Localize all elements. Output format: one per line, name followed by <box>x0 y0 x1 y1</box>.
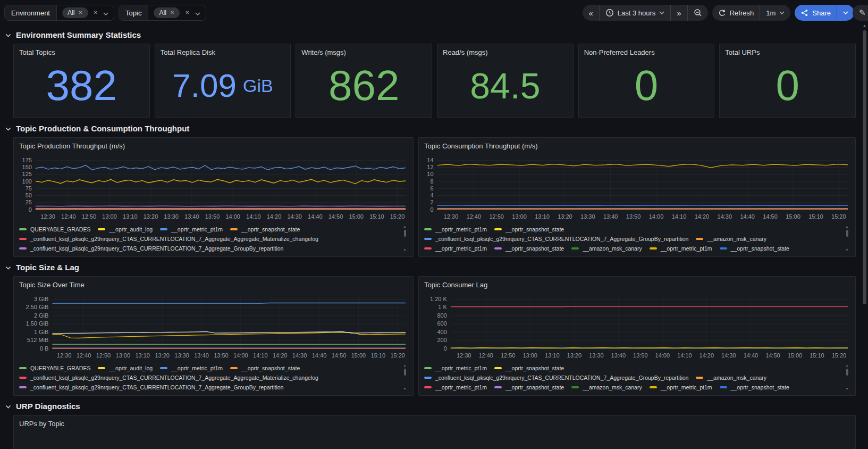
legend-item[interactable]: __oprtr_metric_pt1m <box>424 383 487 392</box>
legend-scrollbar[interactable]: ▲▼ <box>845 224 849 252</box>
section-header-environment-summary-statistics[interactable]: Environment Summary Statistics <box>5 30 856 39</box>
x-tick-label: 14:40 <box>308 213 323 220</box>
edit-button[interactable]: ✎ <box>853 5 868 21</box>
filter-value: All✕✕ <box>57 5 114 20</box>
filter-topic: TopicAll✕✕ <box>119 5 206 21</box>
filter-dropdown-caret[interactable] <box>195 8 200 18</box>
topic-consumption-throughput-m-s-plot[interactable]: 0246810121412:3012:4012:5013:0013:1013:2… <box>424 154 851 223</box>
legend-item[interactable]: QUERYABLE_GRADES <box>19 363 90 373</box>
clear-filter-icon[interactable]: ✕ <box>185 10 189 15</box>
topic-size-over-time-plot[interactable]: 0 B512 MiB1 GiB1.50 GiB2 GiB2.50 GiB3 Gi… <box>19 293 409 362</box>
x-tick-label: 14:40 <box>740 213 755 220</box>
legend-item[interactable]: __oprtr_metric_pt1m <box>650 244 712 253</box>
legend-item[interactable]: _confluent_ksql_pksqlc_g29nrquery_CTAS_C… <box>19 234 318 244</box>
time-shift-forward-button[interactable]: » <box>670 5 687 21</box>
section-header-topic-production-consumption-throughput[interactable]: Topic Production & Consumption Throughpu… <box>5 123 856 133</box>
x-tick-label: 13:20 <box>144 213 158 220</box>
legend-scroll-thumb[interactable] <box>404 369 406 376</box>
filter-environment: EnvironmentAll✕✕ <box>4 5 114 21</box>
legend-item[interactable]: _confluent_ksql_pksqlc_g29nrquery_CTAS_C… <box>19 373 318 383</box>
y-tick-label: 1 GiB <box>34 329 49 335</box>
topic-production-throughput-m-s-plot[interactable]: 025507510012515017512:3012:4012:5013:001… <box>19 154 409 223</box>
share-dropdown-button[interactable] <box>837 5 854 21</box>
topic-consumer-lag-plot[interactable]: 02004006008001 K1.20 K12:3012:4012:5013:… <box>424 293 851 362</box>
legend-scroll-up-icon[interactable]: ▲ <box>846 224 849 229</box>
legend-item[interactable]: __oprtr_audit_log <box>98 224 153 234</box>
x-tick-label: 12:40 <box>77 352 91 359</box>
legend-scroll-thumb[interactable] <box>846 230 848 237</box>
legend-item[interactable]: __oprtr_metric_pt1m <box>650 383 712 392</box>
zoom-out-button[interactable] <box>687 5 708 21</box>
legend-label: __oprtr_metric_pt1m <box>171 226 223 232</box>
legend-scroll-down-icon[interactable]: ▼ <box>846 248 849 252</box>
section-chevron-icon <box>5 266 11 270</box>
y-tick-label: 0 <box>444 345 447 352</box>
y-tick-label: 0 B <box>40 345 49 352</box>
legend-item[interactable]: _confluent_ksql_pksqlc_g29nrquery_CTAS_C… <box>424 234 688 244</box>
legend-item[interactable]: __oprtr_snapshot_state <box>720 383 789 392</box>
legend-item[interactable]: __amazon_msk_canary <box>696 234 766 244</box>
legend-item[interactable]: __oprtr_snapshot_state <box>230 224 300 234</box>
legend-item[interactable]: __oprtr_audit_log <box>98 363 153 373</box>
legend-scroll-up-icon[interactable]: ▲ <box>403 363 407 368</box>
section-header-topic-size-lag[interactable]: Topic Size & Lag <box>5 262 856 272</box>
legend-scroll-up-icon[interactable]: ▲ <box>403 224 407 229</box>
share-button[interactable]: Share <box>795 5 837 21</box>
legend-item[interactable]: __oprtr_metric_pt1m <box>160 224 223 234</box>
legend-items: __oprtr_metric_pt1m__oprtr_snapshot_stat… <box>424 363 841 392</box>
filter-value-chip[interactable]: All✕ <box>154 7 180 18</box>
refresh-button[interactable]: Refresh <box>712 5 760 21</box>
clear-filter-icon[interactable]: ✕ <box>94 10 98 15</box>
legend-item[interactable]: __oprtr_snapshot_state <box>230 363 300 373</box>
legend-scroll-up-icon[interactable]: ▲ <box>846 363 849 368</box>
legend-label: _confluent_ksql_pksqlc_g29nrquery_CTAS_C… <box>435 375 688 381</box>
legend-scroll-down-icon[interactable]: ▼ <box>403 387 407 391</box>
page-scrollbar[interactable]: ▲ <box>862 23 867 449</box>
legend-item[interactable]: _confluent_ksql_pksqlc_g29nrquery_CTAS_C… <box>424 373 688 383</box>
remove-value-icon[interactable]: ✕ <box>170 10 174 15</box>
filter-dropdown-caret[interactable] <box>103 8 108 18</box>
legend-item[interactable]: QUERYABLE_GRADES <box>19 224 90 234</box>
legend-item[interactable]: __oprtr_snapshot_state <box>494 383 564 392</box>
legend-scroll-thumb[interactable] <box>846 369 848 376</box>
x-tick-label: 14:30 <box>718 213 732 220</box>
panel-title: Topic Size Over Time <box>19 281 408 289</box>
x-tick-label: 12:40 <box>478 352 493 359</box>
x-tick-label: 13:10 <box>123 213 138 220</box>
legend-item[interactable]: __oprtr_snapshot_state <box>494 224 564 234</box>
legend-item[interactable]: __oprtr_snapshot_state <box>720 244 789 253</box>
section-header-urp-diagnostics[interactable]: URP Diagnostics <box>5 401 856 411</box>
legend-item[interactable]: __oprtr_metric_pt1m <box>424 244 487 253</box>
legend-scrollbar[interactable]: ▲▼ <box>402 363 407 391</box>
legend-items: __oprtr_metric_pt1m__oprtr_snapshot_stat… <box>424 224 841 253</box>
page-scroll-thumb[interactable] <box>863 30 866 304</box>
x-tick-label: 14:50 <box>763 213 778 220</box>
legend-scroll-down-icon[interactable]: ▼ <box>846 387 849 391</box>
chevron-down-icon <box>195 12 200 15</box>
time-shift-back-button[interactable]: « <box>583 5 599 21</box>
filter-value-chip[interactable]: All✕ <box>62 7 88 18</box>
legend-scrollbar[interactable]: ▲▼ <box>845 363 849 391</box>
legend-item[interactable]: _confluent_ksql_pksqlc_g29nrquery_CTAS_C… <box>19 244 283 253</box>
legend-item[interactable]: __amazon_msk_canary <box>571 244 642 253</box>
legend-item[interactable]: __oprtr_metric_pt1m <box>160 363 223 373</box>
legend-item[interactable]: __amazon_msk_canary <box>696 373 766 383</box>
legend-item[interactable]: __oprtr_snapshot_state <box>494 244 564 253</box>
legend-item[interactable]: __oprtr_snapshot_state <box>494 363 564 373</box>
legend-scroll-down-icon[interactable]: ▼ <box>403 248 407 252</box>
refresh-interval-picker[interactable]: 1m <box>760 5 790 21</box>
legend-item[interactable]: _confluent_ksql_pksqlc_g29nrquery_CTAS_C… <box>19 383 283 392</box>
legend-scroll-thumb[interactable] <box>404 230 406 237</box>
legend-series-chip <box>424 367 432 369</box>
legend-item[interactable]: __oprtr_metric_pt1m <box>424 224 487 234</box>
legend-items: QUERYABLE_GRADES__oprtr_audit_log__oprtr… <box>19 224 399 253</box>
legend-scrollbar[interactable]: ▲▼ <box>402 224 407 252</box>
legend-item[interactable]: __oprtr_metric_pt1m <box>424 363 487 373</box>
y-tick-label: 3 GiB <box>34 296 49 302</box>
scroll-up-icon[interactable]: ▲ <box>863 23 867 29</box>
remove-value-icon[interactable]: ✕ <box>78 10 82 15</box>
time-range-picker[interactable]: Last 3 hours <box>599 5 671 21</box>
legend-item[interactable]: __amazon_msk_canary <box>571 383 642 392</box>
section-chevron-icon <box>5 34 11 37</box>
x-tick-label: 12:30 <box>57 352 72 359</box>
